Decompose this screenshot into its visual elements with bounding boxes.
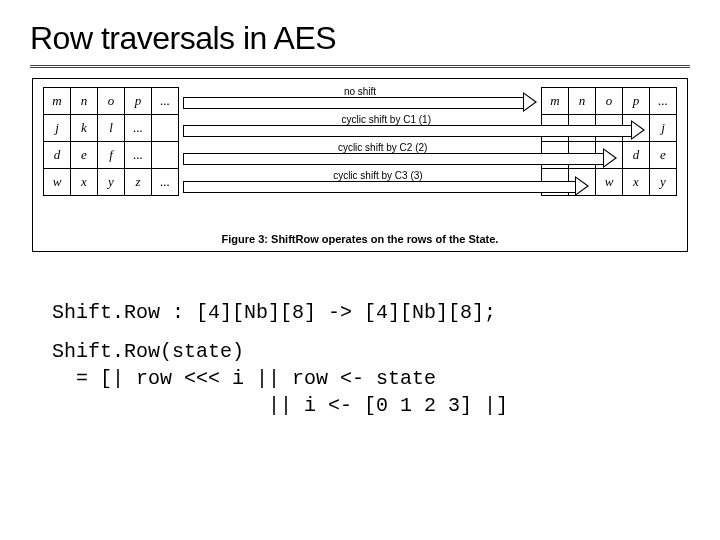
cell: ...	[650, 88, 677, 115]
cell: m	[44, 88, 71, 115]
cell: ...	[152, 169, 179, 196]
arrow-row-2: cyclic shift by C2 (2)	[183, 149, 617, 167]
arrow-head-icon	[523, 92, 537, 112]
cell	[152, 115, 179, 142]
figure-inner: mnop... jkl... def... wxyz... mnop... j …	[43, 87, 677, 227]
cell: z	[125, 169, 152, 196]
code-block: Shift.Row : [4][Nb][8] -> [4][Nb][8];Shi…	[52, 272, 690, 419]
code-line: = [| row <<< i || row <- state	[52, 367, 436, 390]
table-row: mnop...	[44, 88, 179, 115]
cell: j	[44, 115, 71, 142]
cell: x	[623, 169, 650, 196]
cell: ...	[125, 115, 152, 142]
arrow-label: cyclic shift by C2 (2)	[335, 142, 430, 153]
cell: e	[650, 142, 677, 169]
code-line: || i <- [0 1 2 3] |]	[52, 394, 508, 417]
arrow-head-icon	[631, 120, 645, 140]
figure-caption: Figure 3: ShiftRow operates on the rows …	[43, 233, 677, 245]
arrow-row-0: no shift	[183, 93, 537, 111]
cell: n	[71, 88, 98, 115]
table-row: mnop...	[542, 88, 677, 115]
table-row: wxyz...	[44, 169, 179, 196]
title-rule	[30, 65, 690, 68]
cell: d	[623, 142, 650, 169]
table-row: def...	[44, 142, 179, 169]
cell: ...	[125, 142, 152, 169]
cell: p	[125, 88, 152, 115]
slide: Row traversals in AES mnop... jkl... def…	[0, 0, 720, 540]
cell: y	[650, 169, 677, 196]
arrow-row-1: cyclic shift by C1 (1)	[183, 121, 645, 139]
arrow-row-3: cyclic shift by C3 (3)	[183, 177, 589, 195]
table-row: jkl...	[44, 115, 179, 142]
cell: y	[98, 169, 125, 196]
code-line: Shift.Row : [4][Nb][8] -> [4][Nb][8];	[52, 299, 690, 326]
state-table-left: mnop... jkl... def... wxyz...	[43, 87, 179, 196]
cell: p	[623, 88, 650, 115]
arrow-shaft	[183, 97, 525, 109]
arrow-head-icon	[575, 176, 589, 196]
slide-title: Row traversals in AES	[30, 20, 690, 57]
arrow-label: cyclic shift by C3 (3)	[330, 170, 425, 181]
cell: e	[71, 142, 98, 169]
cell: o	[98, 88, 125, 115]
figure-frame: mnop... jkl... def... wxyz... mnop... j …	[32, 78, 688, 252]
arrow-shaft	[183, 181, 577, 193]
cell: m	[542, 88, 569, 115]
cell: d	[44, 142, 71, 169]
cell: j	[650, 115, 677, 142]
cell: l	[98, 115, 125, 142]
arrow-shaft	[183, 125, 633, 137]
cell: w	[596, 169, 623, 196]
cell: k	[71, 115, 98, 142]
arrow-label: no shift	[341, 86, 379, 97]
cell: w	[44, 169, 71, 196]
cell: o	[596, 88, 623, 115]
code-line: Shift.Row(state)	[52, 340, 244, 363]
cell: f	[98, 142, 125, 169]
cell: n	[569, 88, 596, 115]
arrow-label: cyclic shift by C1 (1)	[339, 114, 434, 125]
cell: ...	[152, 88, 179, 115]
arrow-head-icon	[603, 148, 617, 168]
arrow-shaft	[183, 153, 605, 165]
cell: x	[71, 169, 98, 196]
cell	[152, 142, 179, 169]
